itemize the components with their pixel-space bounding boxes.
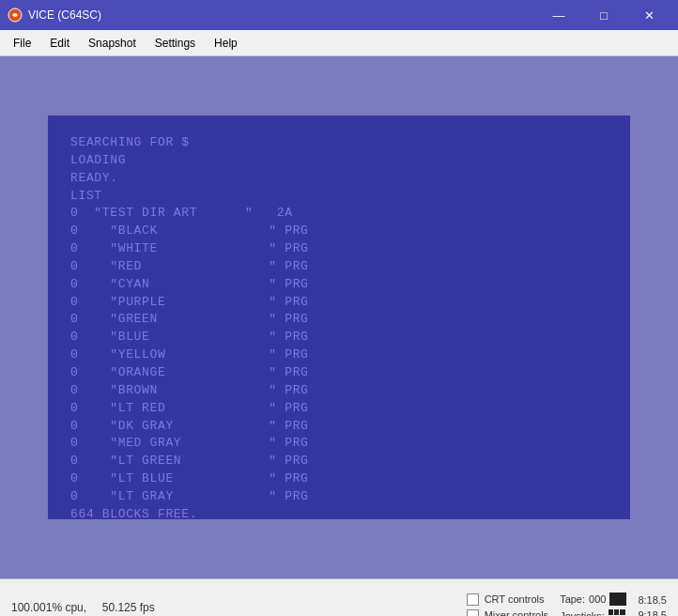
time-panel: 8:18.5 9:18.5 (638, 594, 667, 617)
mixer-row: Mixer controls (467, 609, 548, 617)
c64-line: 0 "GREEN " PRG (70, 311, 608, 329)
c64-line: 0 "BLACK " PRG (70, 223, 608, 240)
c64-line: 0 "TEST DIR ART " 2A (70, 205, 608, 223)
cpu-text: 100.001% cpu, (11, 601, 86, 614)
joystick-label: Joysticks: (560, 610, 605, 617)
title-bar: VICE (C64SC) — □ ✕ (0, 0, 678, 30)
c64-line: LIST (70, 188, 608, 206)
fps-text: 50.125 fps (102, 601, 155, 614)
joystick-indicator (609, 609, 625, 617)
time1: 8:18.5 (638, 594, 667, 606)
app-icon (8, 8, 23, 23)
crt-label: CRT controls (485, 593, 545, 605)
tape-row: Tape: 000 (560, 593, 626, 606)
c64-line: LOADING (70, 152, 608, 170)
c64-line: 0 "WHITE " PRG (70, 240, 608, 258)
c64-line: READY. (70, 170, 608, 188)
c64-line: 0 "RED " PRG (70, 258, 608, 276)
maximize-button[interactable]: □ (582, 0, 625, 30)
tape-panel: Tape: 000 Joysticks: (560, 593, 626, 617)
title-controls: — □ ✕ (537, 0, 670, 30)
c64-line: 0 "YELLOW " PRG (70, 346, 608, 364)
c64-line: 0 "ORANGE " PRG (70, 364, 608, 382)
c64-line: 0 "LT BLUE " PRG (70, 470, 608, 488)
c64-line: 0 "BLUE " PRG (70, 329, 608, 346)
c64-line: 0 "LT GREEN " PRG (70, 453, 608, 470)
status-bar: 100.001% cpu, 50.125 fps CRT controls Mi… (0, 578, 678, 616)
minimize-button[interactable]: — (537, 0, 580, 30)
c64-line: 0 "LT GRAY " PRG (70, 488, 608, 506)
time2: 9:18.5 (638, 609, 667, 617)
c64-line: SEARCHING FOR $ (70, 134, 608, 152)
tape-value: 000 (589, 593, 606, 605)
c64-line: 0 "PURPLE " PRG (70, 294, 608, 312)
menu-item-settings[interactable]: Settings (146, 33, 205, 54)
title-text: VICE (C64SC) (28, 8, 101, 22)
tape-indicator (609, 593, 626, 606)
status-cpu-fps: 100.001% cpu, 50.125 fps (11, 601, 155, 614)
c64-screen: SEARCHING FOR $LOADINGREADY.LIST0 "TEST … (48, 116, 630, 519)
menu-bar: FileEditSnapshotSettingsHelp (0, 30, 678, 56)
c64-line: 0 "DK GRAY " PRG (70, 418, 608, 436)
controls-panel: CRT controls Mixer controls (467, 593, 548, 617)
mixer-checkbox[interactable] (467, 609, 479, 617)
c64-line: 0 "MED GRAY " PRG (70, 435, 608, 453)
tape-label: Tape: (560, 593, 585, 605)
c64-line: 0 "BROWN " PRG (70, 382, 608, 400)
title-left: VICE (C64SC) (8, 8, 101, 23)
mixer-label: Mixer controls (485, 609, 548, 616)
c64-line: 0 "LT RED " PRG (70, 400, 608, 418)
crt-checkbox[interactable] (467, 593, 479, 606)
c64-line: 664 BLOCKS FREE. (70, 506, 608, 519)
crt-row: CRT controls (467, 593, 548, 606)
menu-item-help[interactable]: Help (205, 33, 247, 54)
status-right: CRT controls Mixer controls Tape: 000 Jo… (467, 593, 667, 617)
main-area: SEARCHING FOR $LOADINGREADY.LIST0 "TEST … (0, 56, 678, 578)
close-button[interactable]: ✕ (627, 0, 670, 30)
menu-item-snapshot[interactable]: Snapshot (79, 33, 146, 54)
c64-line: 0 "CYAN " PRG (70, 276, 608, 294)
joystick-row: Joysticks: (560, 609, 626, 617)
menu-item-file[interactable]: File (4, 33, 40, 54)
menu-item-edit[interactable]: Edit (40, 33, 79, 54)
